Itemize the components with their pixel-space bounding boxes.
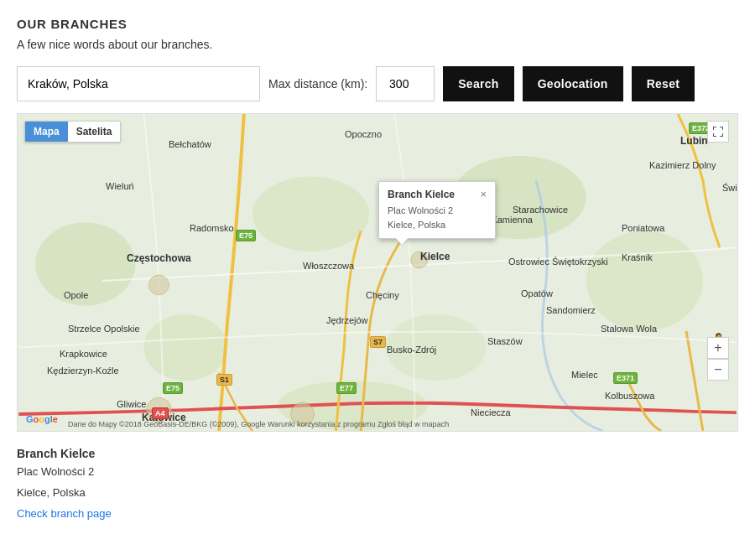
zoom-controls: + − bbox=[707, 337, 729, 381]
svg-point-8 bbox=[148, 275, 169, 295]
svg-point-7 bbox=[253, 177, 369, 252]
svg-rect-19 bbox=[722, 133, 723, 137]
location-input[interactable] bbox=[17, 66, 260, 101]
svg-point-2 bbox=[143, 314, 226, 381]
svg-rect-15 bbox=[722, 127, 723, 130]
map-copyright: Dane do Mapy ©2018 GeoBasis-DE/BKG (©200… bbox=[68, 420, 449, 428]
info-window-body: Plac Wolności 2 Kielce, Polska bbox=[388, 204, 487, 231]
branch-info: Branch Kielce Plac Wolności 2 Kielce, Po… bbox=[17, 447, 738, 521]
search-bar: Max distance (km): Search Geolocation Re… bbox=[17, 66, 738, 101]
svg-rect-17 bbox=[713, 133, 714, 137]
info-window-line2: Kielce, Polska bbox=[388, 218, 487, 232]
reset-button[interactable]: Reset bbox=[632, 66, 695, 101]
svg-point-10 bbox=[411, 251, 428, 268]
branch-link[interactable]: Check branch page bbox=[17, 507, 112, 520]
branch-address-line2: Kielce, Polska bbox=[17, 485, 738, 502]
zoom-out-button[interactable]: − bbox=[707, 359, 729, 381]
map-type-satelita[interactable]: Satelita bbox=[68, 122, 121, 142]
map-type-controls: Mapa Satelita bbox=[24, 121, 121, 143]
svg-point-6 bbox=[386, 314, 486, 381]
page-title: OUR BRANCHES bbox=[17, 17, 738, 31]
info-window-header: Branch Kielce × bbox=[388, 189, 487, 200]
svg-point-9 bbox=[146, 397, 171, 423]
svg-rect-13 bbox=[713, 127, 714, 130]
info-window-line1: Plac Wolności 2 bbox=[388, 204, 487, 218]
fullscreen-button[interactable] bbox=[707, 121, 729, 143]
distance-spinner[interactable] bbox=[376, 66, 435, 101]
map-type-mapa[interactable]: Mapa bbox=[25, 122, 68, 142]
info-window-title: Branch Kielce bbox=[388, 189, 455, 200]
info-window: Branch Kielce × Plac Wolności 2 Kielce, … bbox=[378, 181, 496, 239]
map-container[interactable]: Mapa Satelita OpocznoBełchatówWieluńRado… bbox=[17, 113, 738, 432]
search-button[interactable]: Search bbox=[443, 66, 513, 101]
branch-name: Branch Kielce bbox=[17, 447, 738, 460]
svg-point-4 bbox=[586, 231, 703, 330]
google-logo: Google bbox=[26, 414, 58, 424]
geolocation-button[interactable]: Geolocation bbox=[523, 66, 623, 101]
svg-point-1 bbox=[35, 222, 135, 305]
page-subtitle: A few nice words about our branches. bbox=[17, 38, 738, 51]
branch-address-line1: Plac Wolności 2 bbox=[17, 464, 738, 481]
zoom-in-button[interactable]: + bbox=[707, 337, 729, 359]
max-distance-label: Max distance (km): bbox=[268, 77, 367, 91]
info-window-close-button[interactable]: × bbox=[480, 189, 487, 200]
